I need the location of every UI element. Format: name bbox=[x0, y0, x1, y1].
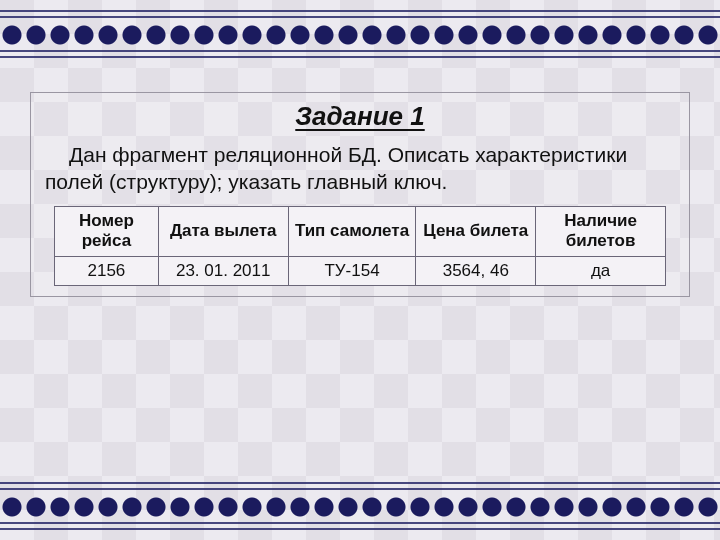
col-header: Наличие билетов bbox=[536, 206, 666, 256]
col-header: Цена билета bbox=[416, 206, 536, 256]
table-header-row: Номер рейса Дата вылета Тип самолета Цен… bbox=[55, 206, 666, 256]
slide-description: Дан фрагмент реляционной БД. Описать хар… bbox=[31, 138, 689, 206]
ornament-bottom bbox=[0, 478, 720, 534]
cell: 2156 bbox=[55, 256, 159, 285]
cell: да bbox=[536, 256, 666, 285]
ornament-top bbox=[0, 6, 720, 62]
data-table: Номер рейса Дата вылета Тип самолета Цен… bbox=[54, 206, 666, 286]
slide-card: Задание 1 Дан фрагмент реляционной БД. О… bbox=[30, 92, 690, 297]
slide-title: Задание 1 bbox=[31, 93, 689, 138]
col-header: Дата вылета bbox=[158, 206, 288, 256]
col-header: Тип самолета bbox=[288, 206, 416, 256]
cell: 23. 01. 2011 bbox=[158, 256, 288, 285]
col-header: Номер рейса bbox=[55, 206, 159, 256]
cell: ТУ-154 bbox=[288, 256, 416, 285]
table-row: 2156 23. 01. 2011 ТУ-154 3564, 46 да bbox=[55, 256, 666, 285]
cell: 3564, 46 bbox=[416, 256, 536, 285]
